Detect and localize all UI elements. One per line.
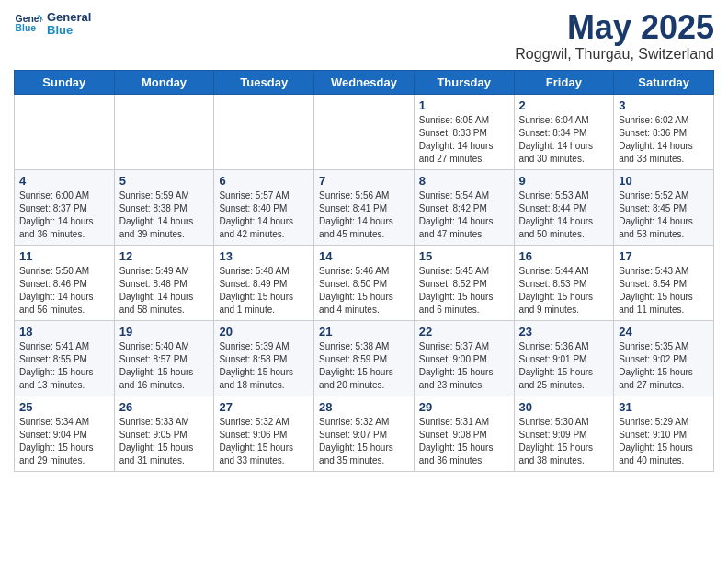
title-area: May 2025 Roggwil, Thurgau, Switzerland [515,9,714,63]
calendar-cell: 26Sunrise: 5:33 AMSunset: 9:05 PMDayligh… [114,396,214,471]
logo: General Blue General Blue [14,9,91,39]
calendar-cell: 11Sunrise: 5:50 AMSunset: 8:46 PMDayligh… [15,245,115,320]
day-info: Sunrise: 5:45 AMSunset: 8:52 PMDaylight:… [419,265,509,316]
calendar-cell: 3Sunrise: 6:02 AMSunset: 8:36 PMDaylight… [614,94,714,169]
day-number: 3 [619,98,709,112]
calendar-cell: 2Sunrise: 6:04 AMSunset: 8:34 PMDaylight… [514,94,614,169]
day-number: 6 [219,174,309,188]
day-info: Sunrise: 5:30 AMSunset: 9:09 PMDaylight:… [519,416,609,467]
day-info: Sunrise: 5:57 AMSunset: 8:40 PMDaylight:… [219,190,309,241]
calendar-cell: 23Sunrise: 5:36 AMSunset: 9:01 PMDayligh… [514,320,614,396]
weekday-header: Sunday [15,70,115,94]
day-number: 19 [119,325,210,339]
logo-text-line2: Blue [47,24,91,37]
calendar-cell: 4Sunrise: 6:00 AMSunset: 8:37 PMDaylight… [15,169,115,245]
day-number: 14 [319,249,409,263]
day-info: Sunrise: 6:04 AMSunset: 8:34 PMDaylight:… [519,114,609,166]
day-number: 15 [419,249,509,263]
day-number: 18 [19,325,109,339]
day-info: Sunrise: 5:32 AMSunset: 9:06 PMDaylight:… [219,416,309,467]
day-info: Sunrise: 5:37 AMSunset: 9:00 PMDaylight:… [419,340,509,392]
calendar-cell: 14Sunrise: 5:46 AMSunset: 8:50 PMDayligh… [314,245,415,320]
calendar-cell: 1Sunrise: 6:05 AMSunset: 8:33 PMDaylight… [414,94,514,169]
calendar-cell [114,94,214,169]
calendar-table: SundayMondayTuesdayWednesdayThursdayFrid… [14,70,714,472]
day-number: 10 [619,174,709,188]
weekday-header: Friday [514,70,614,94]
calendar-cell: 10Sunrise: 5:52 AMSunset: 8:45 PMDayligh… [614,169,714,245]
month-title: May 2025 [515,9,714,46]
day-number: 11 [19,249,109,263]
day-info: Sunrise: 6:02 AMSunset: 8:36 PMDaylight:… [619,114,709,166]
page: General Blue General Blue May 2025 Roggw… [0,0,728,486]
weekday-header: Wednesday [314,70,415,94]
day-info: Sunrise: 5:44 AMSunset: 8:53 PMDaylight:… [519,265,609,316]
calendar-cell: 7Sunrise: 5:56 AMSunset: 8:41 PMDaylight… [314,169,415,245]
day-number: 17 [619,249,709,263]
calendar-cell: 9Sunrise: 5:53 AMSunset: 8:44 PMDaylight… [514,169,614,245]
calendar-cell [15,94,115,169]
calendar-cell: 8Sunrise: 5:54 AMSunset: 8:42 PMDaylight… [414,169,514,245]
day-number: 25 [19,400,109,414]
weekday-header: Monday [114,70,214,94]
day-number: 7 [319,174,409,188]
calendar-cell: 18Sunrise: 5:41 AMSunset: 8:55 PMDayligh… [15,320,115,396]
day-info: Sunrise: 5:53 AMSunset: 8:44 PMDaylight:… [519,190,609,241]
calendar-cell: 19Sunrise: 5:40 AMSunset: 8:57 PMDayligh… [114,320,214,396]
svg-text:Blue: Blue [16,23,37,33]
day-number: 29 [419,400,509,414]
calendar-cell: 17Sunrise: 5:43 AMSunset: 8:54 PMDayligh… [614,245,714,320]
day-number: 26 [119,400,210,414]
calendar-week-row: 1Sunrise: 6:05 AMSunset: 8:33 PMDaylight… [15,94,714,169]
day-info: Sunrise: 5:48 AMSunset: 8:49 PMDaylight:… [219,265,309,316]
day-number: 4 [19,174,109,188]
calendar-cell: 6Sunrise: 5:57 AMSunset: 8:40 PMDaylight… [214,169,314,245]
calendar-cell: 24Sunrise: 5:35 AMSunset: 9:02 PMDayligh… [614,320,714,396]
day-info: Sunrise: 6:05 AMSunset: 8:33 PMDaylight:… [419,114,509,166]
day-info: Sunrise: 5:50 AMSunset: 8:46 PMDaylight:… [19,265,109,316]
day-number: 20 [219,325,309,339]
day-number: 1 [419,98,509,112]
location: Roggwil, Thurgau, Switzerland [515,46,714,63]
day-number: 22 [419,325,509,339]
day-info: Sunrise: 5:34 AMSunset: 9:04 PMDaylight:… [19,416,109,467]
day-info: Sunrise: 5:41 AMSunset: 8:55 PMDaylight:… [19,340,109,392]
day-number: 13 [219,249,309,263]
day-info: Sunrise: 5:38 AMSunset: 8:59 PMDaylight:… [319,340,409,392]
day-number: 8 [419,174,509,188]
weekday-header: Tuesday [214,70,314,94]
day-info: Sunrise: 5:56 AMSunset: 8:41 PMDaylight:… [319,190,409,241]
calendar-cell: 27Sunrise: 5:32 AMSunset: 9:06 PMDayligh… [214,396,314,471]
calendar-cell: 15Sunrise: 5:45 AMSunset: 8:52 PMDayligh… [414,245,514,320]
day-number: 2 [519,98,609,112]
day-info: Sunrise: 5:39 AMSunset: 8:58 PMDaylight:… [219,340,309,392]
day-info: Sunrise: 5:36 AMSunset: 9:01 PMDaylight:… [519,340,609,392]
day-number: 16 [519,249,609,263]
day-number: 21 [319,325,409,339]
day-info: Sunrise: 5:33 AMSunset: 9:05 PMDaylight:… [119,416,210,467]
day-info: Sunrise: 5:29 AMSunset: 9:10 PMDaylight:… [619,416,709,467]
day-number: 30 [519,400,609,414]
calendar-cell: 13Sunrise: 5:48 AMSunset: 8:49 PMDayligh… [214,245,314,320]
day-info: Sunrise: 5:49 AMSunset: 8:48 PMDaylight:… [119,265,210,316]
day-info: Sunrise: 5:35 AMSunset: 9:02 PMDaylight:… [619,340,709,392]
day-number: 9 [519,174,609,188]
calendar-week-row: 11Sunrise: 5:50 AMSunset: 8:46 PMDayligh… [15,245,714,320]
day-info: Sunrise: 5:46 AMSunset: 8:50 PMDaylight:… [319,265,409,316]
day-info: Sunrise: 5:43 AMSunset: 8:54 PMDaylight:… [619,265,709,316]
day-info: Sunrise: 5:32 AMSunset: 9:07 PMDaylight:… [319,416,409,467]
weekday-header: Thursday [414,70,514,94]
calendar-week-row: 25Sunrise: 5:34 AMSunset: 9:04 PMDayligh… [15,396,714,471]
day-number: 5 [119,174,210,188]
calendar-cell: 12Sunrise: 5:49 AMSunset: 8:48 PMDayligh… [114,245,214,320]
calendar-cell: 16Sunrise: 5:44 AMSunset: 8:53 PMDayligh… [514,245,614,320]
day-number: 23 [519,325,609,339]
calendar-cell: 22Sunrise: 5:37 AMSunset: 9:00 PMDayligh… [414,320,514,396]
weekday-header: Saturday [614,70,714,94]
day-number: 12 [119,249,210,263]
day-info: Sunrise: 5:59 AMSunset: 8:38 PMDaylight:… [119,190,210,241]
day-info: Sunrise: 5:40 AMSunset: 8:57 PMDaylight:… [119,340,210,392]
calendar-cell [214,94,314,169]
calendar-header-row: SundayMondayTuesdayWednesdayThursdayFrid… [15,70,714,94]
day-number: 27 [219,400,309,414]
